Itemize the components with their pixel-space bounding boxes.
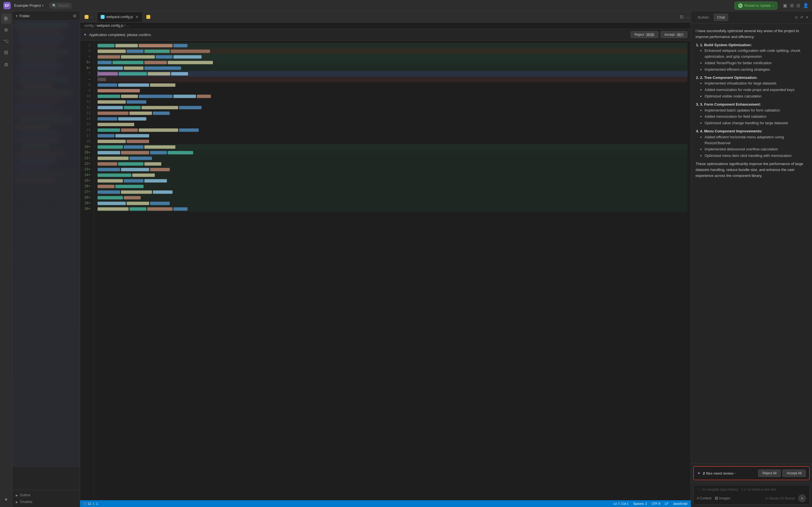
send-button[interactable]: ➤ (798, 494, 806, 502)
review-files-text: files need review (706, 471, 733, 475)
restart-chevron: › (772, 4, 774, 8)
more-actions-icon[interactable]: … (685, 14, 690, 19)
sidebar-bottom: ▶ Outline ▶ Timeline (12, 490, 80, 507)
panel-close-icon[interactable]: ✕ (806, 15, 809, 19)
status-encoding[interactable]: UTF-8 (652, 502, 660, 505)
reject-button[interactable]: Reject ⌘⌫ (631, 31, 658, 38)
activity-extensions[interactable]: ⊞ (1, 47, 11, 57)
panel-icons: ⊙ ↺ ✕ (795, 15, 809, 19)
activity-git[interactable]: ⌥ (1, 36, 11, 46)
model-name: Claude-3.5-Sonnet (769, 497, 795, 500)
status-bar: ⓪ 11 ⚠ 1 Ln 7, Col 1 Spaces: 2 UTF-8 LF … (80, 500, 691, 507)
warning-count: 1 (96, 502, 98, 505)
context-button[interactable]: # Context (697, 496, 711, 500)
section-2-item-3: Optimized visible nodes calculation (705, 94, 808, 100)
section-1-title: 1. Build System Optimization: Enhanced w… (700, 42, 808, 73)
restart-button[interactable]: ↻ Restart to Update › (734, 2, 777, 10)
split-editor-icon[interactable]: ⊟ (680, 14, 683, 19)
accept-all-button[interactable]: Accept All (782, 469, 806, 477)
sidebar-title: ▾ Folder (16, 14, 30, 18)
tab-settings-icon (146, 15, 150, 19)
tab-webpack-label: webpack.config.js (106, 15, 133, 19)
review-count: 2 (703, 471, 705, 475)
titlebar-icons: ▣ ⊞ ⊟ 👤 (783, 3, 809, 8)
panel-header: Builder Chat ⊙ ↺ ✕ (691, 11, 812, 24)
activity-settings[interactable]: ⚙ (1, 60, 11, 70)
outline-item[interactable]: ▶ Outline (12, 492, 80, 499)
status-position[interactable]: Ln 7, Col 1 (614, 502, 629, 505)
breadcrumb-root[interactable]: .config (84, 24, 93, 27)
reject-label: Reject (635, 33, 644, 37)
accept-kbd: ⌘↵ (676, 33, 684, 37)
tab-config[interactable]: ··· (81, 12, 96, 22)
project-selector[interactable]: Example Project ▾ (14, 3, 44, 8)
breadcrumb-sep2: / (124, 24, 125, 27)
restart-label: Restart to Update (744, 4, 771, 8)
project-chevron: ▾ (42, 4, 44, 7)
panel-settings-icon[interactable]: ⊙ (795, 15, 798, 19)
accept-button[interactable]: Accept ⌘↵ (661, 31, 688, 38)
sidebar-filter-icon[interactable]: ⊞ (73, 13, 77, 18)
panel-content: I have successfully optimized several ke… (691, 24, 812, 464)
folder-chevron: ▾ (16, 14, 18, 18)
error-icon: ⓪ (84, 502, 87, 506)
section-4-item-1: Added efficient horizontal menu adaptati… (705, 134, 808, 146)
code-content[interactable] (94, 41, 691, 500)
status-errors[interactable]: ⓪ 11 ⚠ 1 (84, 502, 98, 506)
breadcrumb-sep1: / (94, 24, 95, 27)
sidebar: ▾ Folder ⊞ (12, 11, 80, 507)
section-1-items: Enhanced webpack configuration with code… (700, 48, 808, 72)
tab-chat[interactable]: Chat (714, 13, 728, 21)
activity-plugins[interactable]: ✦ (1, 495, 11, 505)
tab-builder[interactable]: Builder (695, 13, 712, 21)
review-chevron: › (734, 471, 735, 475)
section-3-items: Implemented batch updates for form valid… (700, 108, 808, 126)
error-count: 11 (88, 502, 91, 505)
sidebar-header: ▾ Folder ⊞ (12, 11, 80, 20)
activity-bar: ⎘ ⊕ ⌥ ⊞ ⚙ ✦ (0, 11, 12, 507)
section-4-title: 4. Menu Component Improvements: Added ef… (700, 128, 808, 159)
code-editor[interactable]: 2 3 4 5+ 6+ 7 — 8 9 10 11 12 13 14 15 16… (80, 41, 691, 500)
status-language[interactable]: JavaScript (673, 502, 688, 505)
tab-settings[interactable] (143, 12, 155, 22)
search-icon: 🔍 (52, 4, 56, 8)
claude-icon: ⊙ (765, 497, 768, 500)
editor-area: ··· webpack.config.js ✕ ⊟ … .config / we… (80, 11, 691, 507)
tab-webpack[interactable]: webpack.config.js ✕ (97, 12, 142, 22)
search-bar[interactable]: 🔍 Search (49, 3, 71, 9)
breadcrumb-file[interactable]: webpack.config.js (97, 24, 123, 27)
status-spaces[interactable]: Spaces: 2 (633, 502, 647, 505)
section-3-item-1: Implemented batch updates for form valid… (705, 108, 808, 114)
breadcrumb: .config / webpack.config.js / ... (80, 22, 691, 29)
activity-files[interactable]: ⎘ (1, 13, 11, 24)
panel-icon[interactable]: ⊞ (790, 3, 794, 8)
sidebar-toggle-icon[interactable]: ▣ (783, 3, 787, 8)
section-1-item-1: Enhanced webpack configuration with code… (705, 48, 808, 60)
status-line-ending[interactable]: LF (665, 502, 668, 505)
sidebar-file-tree[interactable] (12, 20, 80, 490)
section-3-item-2: Added memoization for field validation (705, 114, 808, 120)
account-icon[interactable]: 👤 (803, 3, 809, 8)
activity-search[interactable]: ⊕ (1, 25, 11, 35)
section-2-item-2: Added memoization for node props and exp… (705, 87, 808, 93)
line-numbers: 2 3 4 5+ 6+ 7 — 8 9 10 11 12 13 14 15 16… (80, 41, 94, 500)
app-logo: EP (3, 2, 11, 9)
reject-kbd: ⌘⌫ (646, 33, 655, 37)
section-4-item-2: Implemented debounced overflow calculati… (705, 147, 808, 152)
layout-icon[interactable]: ⊟ (797, 3, 800, 8)
timeline-chevron: ▶ (16, 501, 18, 504)
main-layout: ⎘ ⊕ ⌥ ⊞ ⚙ ✦ ▾ Folder ⊞ (0, 11, 812, 507)
images-button[interactable]: 🖼 Images (715, 496, 730, 500)
titlebar: EP Example Project ▾ 🔍 Search ↻ Restart … (0, 0, 812, 11)
tab-config-label: ··· (90, 15, 93, 19)
accept-label: Accept (664, 33, 675, 37)
breadcrumb-more[interactable]: ... (126, 24, 130, 27)
timeline-item[interactable]: ▶ Timeline (12, 499, 80, 505)
chat-input-box[interactable]: '↑↓' to navigate input history, '⇧↵' to … (693, 485, 810, 505)
tab-close-icon[interactable]: ✕ (135, 15, 139, 19)
panel-intro: I have successfully optimized several ke… (696, 28, 808, 40)
reject-all-button[interactable]: Reject All (758, 469, 781, 477)
model-selector[interactable]: ⊙ Claude-3.5-Sonnet (765, 497, 795, 500)
panel-history-icon[interactable]: ↺ (800, 15, 803, 19)
panel-conclusion: These optimizations significantly improv… (696, 161, 808, 179)
